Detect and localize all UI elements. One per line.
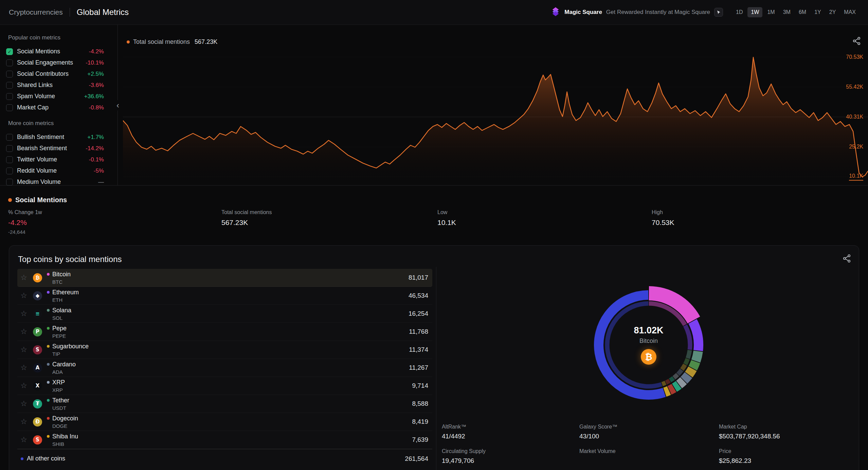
sidebar-collapse-button[interactable]: ‹ — [114, 100, 122, 110]
checkbox-shared-links[interactable] — [6, 82, 13, 89]
summary-change-1w: % Change 1w-4.2%-24,644 — [8, 209, 42, 235]
checkbox-social-mentions[interactable]: ✓ — [6, 48, 13, 55]
coin-series-dot — [47, 417, 50, 420]
coin-series-dot — [47, 435, 50, 438]
donut-inner-all-other-coins — [607, 303, 662, 386]
coin-symbol: SOL — [47, 315, 404, 321]
summary-dot-icon — [8, 198, 12, 202]
metric-bullish-sentiment[interactable]: Bullish Sentiment+1.7% — [0, 132, 117, 143]
stat-label: Price — [719, 448, 868, 454]
donut-segment-dogecoin[interactable] — [670, 388, 674, 390]
coin-name: Pepe — [52, 325, 67, 332]
coin-row-solana[interactable]: ☆≡SolanaSOL16,254 — [17, 305, 432, 323]
coin-row-tether[interactable]: ☆₮TetherUSDT8,588 — [17, 395, 432, 413]
donut-segment-cardano[interactable] — [684, 375, 688, 380]
coin-row-sugarbounce[interactable]: ☆SSugarbounceTIP11,374 — [17, 341, 432, 359]
coin-row-cardano[interactable]: ☆ACardanoADA11,267 — [17, 359, 432, 377]
checkbox-social-contributors[interactable] — [6, 71, 13, 77]
metric-social-contributors[interactable]: Social Contributors+2.5% — [0, 68, 117, 80]
checkbox-reddit-volume[interactable] — [6, 168, 13, 174]
favorite-star-icon[interactable]: ☆ — [19, 399, 28, 408]
summary-columns: % Change 1w-4.2%-24,644Total social ment… — [8, 209, 868, 243]
mentions-line-chart — [123, 49, 868, 184]
checkbox-bearish-sentiment[interactable] — [6, 145, 13, 152]
favorite-star-icon[interactable]: ☆ — [19, 363, 28, 372]
donut-segment-ethereum[interactable] — [693, 321, 699, 351]
metric-label: Social Engagements — [17, 59, 82, 66]
chart-legend[interactable]: Total social mentions 567.23K — [127, 38, 217, 46]
favorite-star-icon[interactable]: ☆ — [19, 327, 28, 336]
ad-cursor-icon — [714, 8, 723, 17]
favorite-star-icon[interactable]: ☆ — [19, 291, 28, 300]
donut-segment-shiba-inu[interactable] — [665, 390, 669, 392]
card-share-button[interactable] — [842, 254, 851, 264]
donut-segment-bitcoin[interactable] — [649, 293, 694, 320]
donut-segment-solana[interactable] — [696, 351, 698, 361]
metric-social-mentions[interactable]: ✓Social Mentions-4.2% — [0, 46, 117, 57]
stat-market-cap: Market Cap$503,787,920,348.56 — [719, 424, 868, 440]
timeframe-2y[interactable]: 2Y — [826, 7, 839, 17]
coin-symbol: USDT — [47, 405, 407, 411]
checkbox-spam-volume[interactable] — [6, 93, 13, 100]
top-coins-title: Top coins by social mentions — [18, 255, 122, 264]
coin-row-bitcoin[interactable]: ☆₿BitcoinBTC81,017 — [17, 269, 432, 287]
timeframe-max[interactable]: MAX — [840, 7, 859, 17]
timeframe-1d[interactable]: 1D — [733, 7, 746, 17]
timeframe-1m[interactable]: 1M — [764, 7, 778, 17]
all-other-coins-value: 261,564 — [405, 455, 428, 463]
timeframe-3m[interactable]: 3M — [780, 7, 794, 17]
favorite-star-icon[interactable]: ☆ — [19, 435, 28, 444]
checkbox-medium-volume[interactable] — [6, 179, 13, 186]
coin-row-ethereum[interactable]: ☆◆EthereumETH46,534 — [17, 287, 432, 305]
coin-names: PepePEPE — [47, 325, 404, 339]
favorite-star-icon[interactable]: ☆ — [19, 381, 28, 390]
donut-segment-sugarbounce[interactable] — [689, 369, 692, 375]
metric-bearish-sentiment[interactable]: Bearish Sentiment-14.2% — [0, 143, 117, 154]
checkbox-market-cap[interactable] — [6, 104, 13, 111]
stat-value — [579, 457, 719, 465]
chart-share-button[interactable] — [852, 36, 861, 47]
breadcrumb-cryptocurrencies[interactable]: Cryptocurrencies — [9, 8, 63, 16]
stat-label: AltRank™ — [442, 424, 579, 430]
topbar: Cryptocurrencies Global Metrics Magic Sq… — [0, 0, 868, 25]
dogecoin-coin-icon: Ð — [33, 417, 42, 427]
favorite-star-icon[interactable]: ☆ — [19, 417, 28, 426]
summary-value: -4.2% — [8, 219, 42, 227]
favorite-star-icon[interactable]: ☆ — [19, 273, 28, 282]
metric-twitter-volume[interactable]: Twitter Volume-0.1% — [0, 154, 117, 165]
checkbox-social-engagements[interactable] — [6, 59, 13, 66]
metric-reddit-volume[interactable]: Reddit Volume-5% — [0, 165, 117, 176]
favorite-star-icon[interactable]: ☆ — [19, 309, 28, 318]
coin-name: Shiba Inu — [52, 433, 78, 440]
coin-name: Solana — [52, 307, 71, 314]
coin-row-dogecoin[interactable]: ☆ÐDogecoinDOGE8,419 — [17, 413, 432, 431]
checkbox-bullish-sentiment[interactable] — [6, 134, 13, 141]
donut-segment-tether[interactable] — [674, 385, 679, 387]
coin-row-xrp[interactable]: ☆XXRPXRP9,714 — [17, 377, 432, 395]
timeframe-6m[interactable]: 6M — [795, 7, 810, 17]
metric-market-cap[interactable]: Market Cap-0.8% — [0, 102, 117, 113]
coin-mentions-value: 81,017 — [409, 274, 428, 281]
donut-segment-xrp[interactable] — [679, 381, 684, 384]
timeframe-1w[interactable]: 1W — [747, 7, 762, 17]
promo-magic-square[interactable]: Magic Square Get Rewarded Instantly at M… — [551, 7, 723, 18]
checkbox-twitter-volume[interactable] — [6, 156, 13, 163]
chart-plot[interactable]: 70.53K55.42K40.31K25.2K10.1K — [123, 49, 868, 184]
donut-svg — [571, 267, 727, 423]
donut-segment-pepe[interactable] — [693, 362, 695, 368]
timeframe-selector: 1D1W1M3M6M1Y2YMAX — [733, 7, 859, 17]
timeframe-1y[interactable]: 1Y — [811, 7, 825, 17]
cardano-coin-icon: A — [33, 363, 42, 372]
metrics-sidebar: Popular coin metrics ✓Social Mentions-4.… — [0, 25, 118, 186]
coin-mentions-value: 16,254 — [409, 310, 428, 317]
all-other-coins-row[interactable]: All other coins 261,564 — [17, 449, 432, 468]
metric-spam-volume[interactable]: Spam Volume+36.6% — [0, 91, 117, 102]
metric-shared-links[interactable]: Shared Links-3.6% — [0, 80, 117, 91]
coin-series-dot — [47, 381, 50, 384]
coin-row-pepe[interactable]: ☆PPepePEPE11,768 — [17, 323, 432, 341]
metric-social-engagements[interactable]: Social Engagements-10.1% — [0, 57, 117, 68]
favorite-star-icon[interactable]: ☆ — [19, 345, 28, 354]
coin-names: CardanoADA — [47, 361, 404, 375]
coin-row-shiba-inu[interactable]: ☆SShiba InuSHIB7,639 — [17, 431, 432, 449]
summary-head: Social Mentions — [8, 196, 67, 204]
